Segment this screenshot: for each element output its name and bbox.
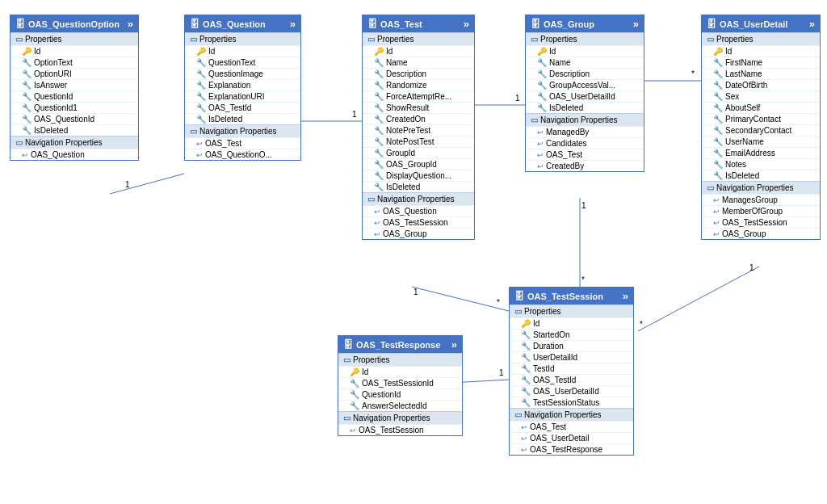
prop-row: 🔧AboutSelf: [702, 102, 820, 113]
prop-icon: 🔧: [713, 137, 723, 146]
nav-row: ↩OAS_Question: [10, 149, 138, 160]
prop-icon: 🔧: [374, 160, 384, 169]
nav-section-header: ▭ Navigation Properties: [338, 411, 462, 424]
prop-row: 🔧EmailAddress: [702, 147, 820, 158]
prop-row: 🔧StartedOn: [510, 329, 633, 340]
entity-icon: 🗄: [15, 19, 25, 30]
nav-section-header: ▭ Navigation Properties: [10, 136, 138, 149]
prop-row: 🔧OAS_GroupId: [363, 158, 474, 170]
prop-icon: 🔧: [537, 103, 547, 112]
properties-section-header: ▭ Properties: [338, 353, 462, 366]
prop-row: 🔧LastName: [702, 68, 820, 79]
nav-icon: ↩: [22, 151, 28, 159]
prop-icon: 🔧: [521, 330, 531, 339]
prop-icon: 🔧: [22, 126, 31, 135]
svg-line-0: [110, 174, 184, 194]
prop-icon: 🔧: [374, 58, 384, 67]
prop-icon: 🔧: [521, 342, 531, 351]
prop-icon: 🔧: [537, 92, 547, 101]
prop-row: 🔧IsDeleted: [185, 113, 300, 124]
prop-icon: 🔧: [196, 103, 206, 112]
prop-icon: 🔧: [374, 92, 384, 101]
expand-icon[interactable]: »: [128, 18, 133, 30]
prop-row: 🔧IsDeleted: [363, 181, 474, 192]
prop-row: 🔧Explanation: [185, 79, 300, 90]
properties-label: Properties: [25, 35, 62, 44]
prop-icon: 🔧: [521, 364, 531, 373]
properties-section-header: ▭ Properties: [363, 32, 474, 45]
nav-section-header: ▭ Navigation Properties: [510, 408, 633, 421]
expand-icon[interactable]: »: [623, 290, 628, 302]
prop-row: 🔧DateOfBirth: [702, 79, 820, 90]
nav-row: ↩Candidates: [526, 137, 644, 149]
prop-icon: 🔧: [196, 69, 206, 78]
prop-icon: 🔧: [22, 58, 31, 67]
nav-label: Navigation Properties: [540, 116, 618, 124]
prop-row: 🔧IsDeleted: [702, 170, 820, 181]
prop-row: 🔧OptionURI: [10, 68, 138, 79]
prop-icon: 🔧: [350, 390, 359, 399]
entity-title: OAS_Question: [203, 19, 266, 29]
nav-row: ↩OAS_Test: [526, 149, 644, 160]
entity-OAS_Test[interactable]: 🗄 OAS_Test » ▭ Properties 🔑Id 🔧Name 🔧Des…: [362, 15, 475, 240]
prop-row: 🔧PrimaryContact: [702, 113, 820, 124]
entity-title: OAS_Test: [380, 19, 422, 29]
nav-row: ↩OAS_Test: [185, 137, 300, 149]
prop-icon: 🔧: [374, 137, 384, 146]
entity-title: OAS_TestSession: [527, 292, 603, 301]
expand-icon[interactable]: »: [633, 18, 639, 30]
nav-icon: ↩: [713, 219, 720, 227]
prop-icon: 🔧: [521, 387, 531, 396]
prop-row: 🔧SecondaryContact: [702, 124, 820, 136]
prop-row: 🔧GroupId: [363, 147, 474, 158]
nav-row: ↩OAS_TestSession: [702, 216, 820, 228]
prop-icon: 🔧: [374, 183, 384, 191]
prop-row: 🔧Description: [526, 68, 644, 79]
prop-row: 🔧Name: [363, 57, 474, 68]
properties-section-header: ▭ Properties: [510, 304, 633, 317]
prop-icon: 🔧: [713, 115, 723, 124]
prop-icon: 🔧: [196, 115, 206, 124]
svg-text:*: *: [581, 275, 585, 284]
entity-OAS_TestSession[interactable]: 🗄 OAS_TestSession » ▭ Properties 🔑Id 🔧St…: [509, 287, 634, 456]
prop-icon: 🔧: [713, 149, 723, 158]
prop-icon: 🔧: [713, 92, 723, 101]
nav-label: Navigation Properties: [353, 414, 430, 422]
prop-row: 🔧QuestionId1: [10, 102, 138, 113]
nav-row: ↩OAS_TestSession: [338, 424, 462, 435]
nav-section-header: ▭ Navigation Properties: [185, 124, 300, 137]
entity-OAS_Question[interactable]: 🗄 OAS_Question » ▭ Properties 🔑Id 🔧Quest…: [184, 15, 301, 161]
key-icon: 🔑: [374, 47, 384, 56]
prop-icon: 🔧: [537, 81, 547, 90]
svg-text:1: 1: [499, 368, 504, 377]
key-icon: 🔑: [196, 47, 206, 56]
nav-icon: ↩: [537, 151, 544, 159]
prop-row: 🔧Duration: [510, 340, 633, 351]
prop-row: 🔧OptionText: [10, 57, 138, 68]
prop-icon: 🔧: [22, 115, 31, 124]
entity-OAS_UserDetail[interactable]: 🗄 OAS_UserDetail » ▭ Properties 🔑Id 🔧Fir…: [701, 15, 821, 240]
nav-label: Navigation Properties: [716, 183, 794, 192]
entity-OAS_QuestionOption[interactable]: 🗄 OAS_QuestionOption » ▭ Properties 🔑Id …: [10, 15, 139, 161]
entity-OAS_TestResponse[interactable]: 🗄 OAS_TestResponse » ▭ Properties 🔑Id 🔧O…: [338, 335, 463, 436]
prop-icon: 🔧: [713, 69, 723, 78]
expand-icon[interactable]: »: [809, 18, 815, 30]
entity-icon: 🗄: [367, 19, 377, 30]
prop-row: 🔧IsDeleted: [10, 124, 138, 136]
nav-row: ↩OAS_TestResponse: [510, 443, 633, 455]
nav-label: Navigation Properties: [25, 138, 103, 147]
prop-row: 🔑Id: [10, 45, 138, 57]
expand-icon[interactable]: »: [290, 18, 296, 30]
nav-icon: ↩: [374, 208, 380, 216]
nav-row: ↩OAS_Test: [510, 421, 633, 432]
prop-row: 🔧NotePostTest: [363, 136, 474, 147]
prop-row: 🔧QuestionId: [338, 388, 462, 400]
expand-icon[interactable]: »: [464, 18, 469, 30]
prop-icon: 🔧: [374, 81, 384, 90]
entity-OAS_Group[interactable]: 🗄 OAS_Group » ▭ Properties 🔑Id 🔧Name 🔧De…: [525, 15, 644, 172]
entity-icon: 🗄: [190, 19, 199, 30]
expand-icon[interactable]: »: [451, 338, 457, 351]
key-icon: 🔑: [521, 319, 531, 328]
prop-row: 🔧GroupAccessVal...: [526, 79, 644, 90]
entity-title: OAS_QuestionOption: [28, 19, 120, 29]
